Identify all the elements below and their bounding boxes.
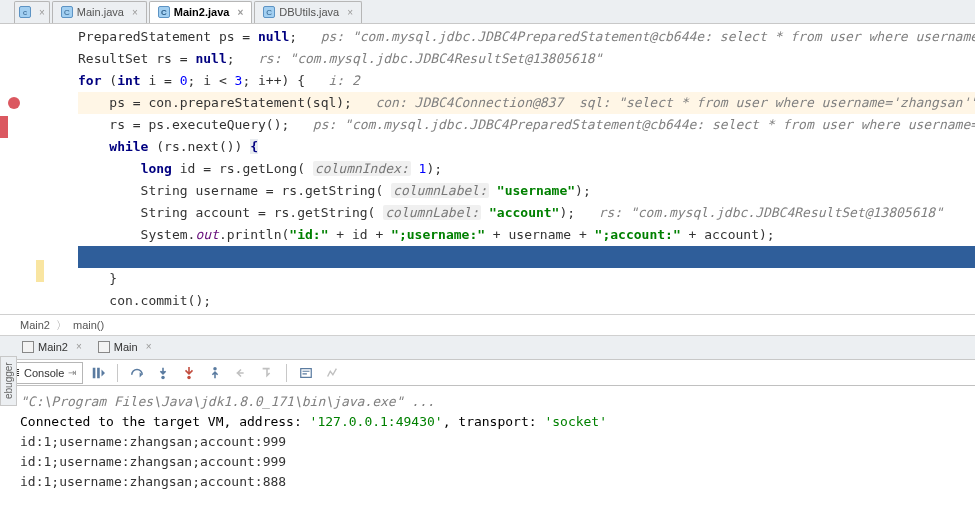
error-stripe bbox=[0, 116, 8, 138]
debug-toolbar: ≣ Console ⇥ bbox=[0, 360, 975, 386]
tab-label: Main.java bbox=[77, 6, 124, 18]
java-class-icon: C bbox=[61, 6, 73, 18]
console-line: id:1;username:zhangsan;account:999 bbox=[20, 432, 969, 452]
console-output[interactable]: "C:\Program Files\Java\jdk1.8.0_171\bin\… bbox=[0, 386, 975, 498]
code-line: String account = rs.getString( columnLab… bbox=[78, 202, 975, 224]
editor-tabs: c× CMain.java× CMain2.java× CDBUtils.jav… bbox=[0, 0, 975, 24]
code-line: System.out.println("id:" + id + ";userna… bbox=[78, 224, 975, 246]
pin-icon[interactable]: ⇥ bbox=[68, 367, 76, 378]
step-over-button[interactable] bbox=[126, 362, 148, 384]
console-line: id:1;username:zhangsan;account:999 bbox=[20, 452, 969, 472]
breakpoint-error-icon[interactable] bbox=[8, 97, 20, 109]
svg-rect-3 bbox=[301, 368, 312, 377]
tab-label: Main2.java bbox=[174, 6, 230, 18]
drop-frame-button[interactable] bbox=[230, 362, 252, 384]
separator bbox=[286, 364, 287, 382]
debug-tab-main[interactable]: Main× bbox=[90, 337, 160, 359]
code-line: con.commit(); bbox=[78, 290, 975, 312]
run-to-cursor-button[interactable] bbox=[256, 362, 278, 384]
run-config-icon bbox=[98, 341, 110, 353]
code-line: ps = con.prepareStatement(sql); con: JDB… bbox=[78, 92, 975, 114]
tab-dbutils-java[interactable]: CDBUtils.java× bbox=[254, 1, 362, 23]
console-line: Connected to the target VM, address: '12… bbox=[20, 412, 969, 432]
tab-extra[interactable]: c× bbox=[14, 1, 50, 23]
step-out-button[interactable] bbox=[204, 362, 226, 384]
svg-point-1 bbox=[188, 375, 192, 379]
close-icon[interactable]: × bbox=[347, 7, 353, 18]
chevron-right-icon: 〉 bbox=[56, 318, 67, 333]
step-into-button[interactable] bbox=[152, 362, 174, 384]
console-line: "C:\Program Files\Java\jdk1.8.0_171\bin\… bbox=[20, 392, 969, 412]
close-icon[interactable]: × bbox=[146, 341, 152, 352]
tab-label: DBUtils.java bbox=[279, 6, 339, 18]
debug-session-tabs: Main2× Main× bbox=[0, 336, 975, 360]
code-line: PreparedStatement ps = null; ps: "com.my… bbox=[78, 26, 975, 48]
code-line: } bbox=[78, 268, 975, 290]
force-step-into-button[interactable] bbox=[178, 362, 200, 384]
code-line: while (rs.next()) { bbox=[78, 136, 975, 158]
java-class-icon: C bbox=[263, 6, 275, 18]
trace-button[interactable] bbox=[321, 362, 343, 384]
close-icon[interactable]: × bbox=[237, 7, 243, 18]
separator bbox=[117, 364, 118, 382]
tab-main-java[interactable]: CMain.java× bbox=[52, 1, 147, 23]
debugger-tool-window-tab[interactable]: ebugger bbox=[0, 356, 17, 406]
code-line: String username = rs.getString( columnLa… bbox=[78, 180, 975, 202]
code-editor[interactable]: PreparedStatement ps = null; ps: "com.my… bbox=[0, 24, 975, 314]
run-config-icon bbox=[22, 341, 34, 353]
breadcrumb-item[interactable]: main() bbox=[73, 319, 104, 331]
console-line: id:1;username:zhangsan;account:888 bbox=[20, 472, 969, 492]
svg-point-2 bbox=[214, 366, 218, 370]
evaluate-expression-button[interactable] bbox=[295, 362, 317, 384]
tab-main2-java[interactable]: CMain2.java× bbox=[149, 1, 252, 23]
debug-tab-main2[interactable]: Main2× bbox=[14, 337, 90, 359]
show-execution-point-button[interactable] bbox=[87, 362, 109, 384]
code-line: for (int i = 0; i < 3; i++) { i: 2 bbox=[78, 70, 975, 92]
change-marker bbox=[36, 260, 44, 282]
code-line: ResultSet rs = null; rs: "com.mysql.jdbc… bbox=[78, 48, 975, 70]
breadcrumb-item[interactable]: Main2 bbox=[20, 319, 50, 331]
close-icon[interactable]: × bbox=[76, 341, 82, 352]
close-icon[interactable]: × bbox=[132, 7, 138, 18]
code-line: long id = rs.getLong( columnIndex: 1); bbox=[78, 158, 975, 180]
code-line: rs = ps.executeQuery(); ps: "com.mysql.j… bbox=[78, 114, 975, 136]
breadcrumb: Main2 〉 main() bbox=[0, 314, 975, 336]
code-line-current bbox=[78, 246, 975, 268]
svg-point-0 bbox=[162, 375, 166, 379]
java-class-icon: C bbox=[158, 6, 170, 18]
